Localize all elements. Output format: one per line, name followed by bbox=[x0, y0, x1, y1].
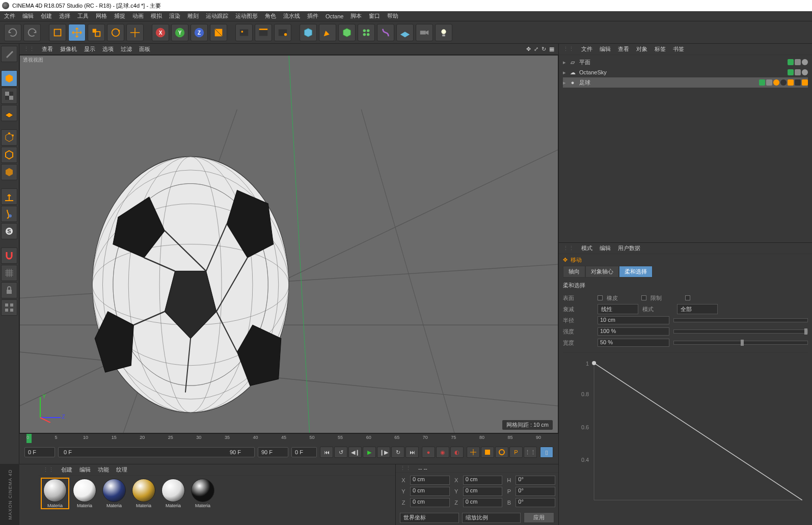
coord-field[interactable]: 0° bbox=[516, 487, 555, 496]
mode-combo[interactable]: 全部 bbox=[677, 304, 718, 314]
visibility-tag[interactable] bbox=[788, 59, 794, 65]
menu-mograph[interactable]: 运动图形 bbox=[235, 12, 258, 20]
key-move-button[interactable] bbox=[467, 447, 480, 458]
vm-camera[interactable]: 摄像机 bbox=[60, 45, 77, 53]
render-tag[interactable] bbox=[795, 69, 801, 75]
coord-field[interactable]: 0 cm bbox=[463, 498, 503, 507]
record-button[interactable]: ● bbox=[422, 447, 435, 458]
falloff-combo[interactable]: 线性 bbox=[598, 304, 638, 314]
last-tool-button[interactable] bbox=[126, 24, 144, 41]
om-view[interactable]: 查看 bbox=[618, 45, 629, 53]
goto-end-button[interactable]: ⏭ bbox=[405, 447, 419, 458]
rubber-check[interactable] bbox=[641, 295, 646, 300]
strength-field[interactable]: 100 % bbox=[598, 327, 669, 336]
prev-key-button[interactable]: ↺ bbox=[334, 447, 347, 458]
material-item[interactable]: Materia bbox=[71, 479, 98, 508]
tag[interactable] bbox=[802, 69, 808, 75]
pen-button[interactable] bbox=[319, 24, 336, 41]
coord-field[interactable]: 0° bbox=[516, 498, 555, 507]
model-mode-button[interactable] bbox=[1, 70, 17, 87]
next-key-button[interactable]: ↻ bbox=[391, 447, 404, 458]
next-frame-button[interactable]: ❙▶ bbox=[377, 447, 390, 458]
menu-select[interactable]: 选择 bbox=[59, 12, 70, 20]
material-item[interactable]: Materia bbox=[160, 479, 186, 508]
menu-window[interactable]: 窗口 bbox=[369, 12, 380, 20]
tag[interactable] bbox=[802, 79, 808, 86]
deformer-button[interactable] bbox=[377, 24, 394, 41]
coord-sys-button[interactable] bbox=[210, 24, 227, 41]
snap-button[interactable]: S bbox=[1, 223, 17, 239]
menu-snap[interactable]: 捕捉 bbox=[114, 12, 125, 20]
phong-tag[interactable] bbox=[788, 79, 794, 86]
render-tag[interactable] bbox=[766, 79, 772, 86]
array-button[interactable] bbox=[358, 24, 375, 41]
menu-mesh[interactable]: 网格 bbox=[96, 12, 107, 20]
workplane-button[interactable] bbox=[1, 265, 17, 281]
timeline-scrub[interactable]: 0 F 90 F bbox=[58, 447, 255, 457]
menu-track[interactable]: 运动跟踪 bbox=[206, 12, 228, 20]
material-tag[interactable] bbox=[780, 79, 787, 86]
vp-layout-icon[interactable]: ▦ bbox=[549, 46, 554, 52]
key-param-button[interactable]: P bbox=[509, 447, 523, 458]
render-settings-button[interactable] bbox=[274, 24, 291, 41]
vm-display[interactable]: 显示 bbox=[84, 45, 95, 53]
object-row[interactable]: ▸ ☁ OctaneSky bbox=[563, 67, 808, 77]
material-item[interactable]: Materia bbox=[42, 479, 68, 508]
radius-field[interactable]: 10 cm bbox=[598, 316, 669, 324]
frame-start-field[interactable]: 0 F bbox=[24, 447, 55, 457]
menu-pipeline[interactable]: 流水线 bbox=[283, 12, 300, 20]
mat-menu-create[interactable]: 创建 bbox=[61, 466, 72, 474]
object-row[interactable]: ▸ ● 足球 bbox=[563, 77, 808, 88]
grid-snap-button[interactable] bbox=[1, 299, 17, 316]
key-rot-button[interactable] bbox=[495, 447, 508, 458]
menu-create[interactable]: 创建 bbox=[41, 12, 52, 20]
material-tag[interactable] bbox=[773, 79, 779, 86]
om-bookmark[interactable]: 书签 bbox=[673, 45, 684, 53]
viewport[interactable]: 透视视图 bbox=[19, 55, 558, 433]
play-button[interactable]: ▶ bbox=[363, 447, 376, 458]
menu-octane[interactable]: Octane bbox=[326, 13, 343, 19]
texture-mode-button[interactable] bbox=[1, 88, 17, 104]
keysel-button[interactable]: ◐ bbox=[450, 447, 464, 458]
menu-anim[interactable]: 动画 bbox=[132, 12, 144, 20]
om-file[interactable]: 文件 bbox=[581, 45, 592, 53]
magnet-button[interactable] bbox=[1, 247, 17, 264]
key-opts-button[interactable]: ⋮⋮ bbox=[524, 447, 537, 458]
menu-sculpt[interactable]: 雕刻 bbox=[187, 12, 199, 20]
coord-field[interactable]: 0 cm bbox=[410, 487, 450, 496]
coord-field[interactable]: 0° bbox=[516, 476, 555, 485]
nurbs-button[interactable] bbox=[338, 24, 356, 41]
om-edit[interactable]: 编辑 bbox=[600, 45, 611, 53]
frame-cur-field[interactable]: 0 F bbox=[291, 447, 317, 457]
camera-button[interactable] bbox=[416, 24, 433, 41]
lock-button[interactable] bbox=[1, 282, 17, 298]
live-select-button[interactable] bbox=[49, 24, 66, 41]
coord-field[interactable]: 0 cm bbox=[463, 476, 503, 485]
x-axis-button[interactable]: X bbox=[152, 24, 169, 41]
undo-button[interactable] bbox=[4, 24, 21, 41]
menu-script[interactable]: 脚本 bbox=[350, 12, 362, 20]
z-axis-button[interactable]: Z bbox=[191, 24, 208, 41]
rotate-button[interactable] bbox=[107, 24, 124, 41]
falloff-graph[interactable]: 1 0.8 0.6 0.4 bbox=[563, 352, 808, 505]
vm-options[interactable]: 选项 bbox=[102, 45, 114, 53]
workplane-mode-button[interactable] bbox=[1, 105, 17, 121]
vm-panel[interactable]: 面板 bbox=[139, 45, 150, 53]
cube-primitive-button[interactable] bbox=[300, 24, 317, 41]
axis-button[interactable] bbox=[1, 188, 17, 205]
timeline-ruler[interactable]: 051015202530354045505560657075808590 bbox=[19, 434, 558, 445]
am-mode[interactable]: 模式 bbox=[581, 244, 592, 252]
om-object[interactable]: 对象 bbox=[636, 45, 647, 53]
key-scale-button[interactable] bbox=[481, 447, 494, 458]
surface-check[interactable] bbox=[598, 295, 603, 300]
vp-zoom-icon[interactable]: ⤢ bbox=[534, 46, 538, 52]
am-edit[interactable]: 编辑 bbox=[600, 244, 611, 252]
light-button[interactable] bbox=[435, 24, 452, 41]
menu-plugin[interactable]: 插件 bbox=[307, 12, 318, 20]
render-view-button[interactable] bbox=[235, 24, 253, 41]
coord-field[interactable]: 0 cm bbox=[410, 476, 450, 485]
tweak-button[interactable] bbox=[1, 206, 17, 222]
radius-slider[interactable] bbox=[673, 318, 808, 322]
render-tag[interactable] bbox=[795, 59, 801, 65]
mat-menu-edit[interactable]: 编辑 bbox=[79, 466, 91, 474]
